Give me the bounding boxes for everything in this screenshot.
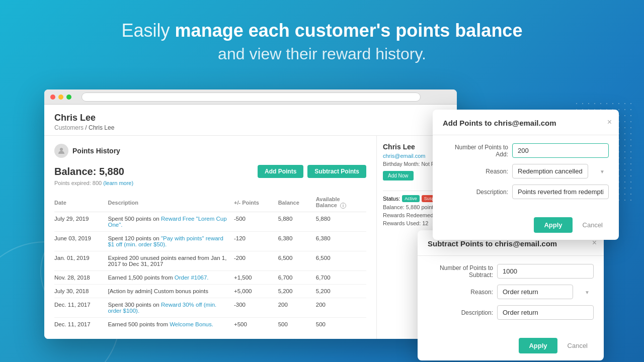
subtract-points-modal-footer: Apply Cancel xyxy=(418,333,604,360)
table-cell-date: June 03, 2019 xyxy=(54,232,108,251)
add-birthday-button[interactable]: Add Now xyxy=(383,171,414,180)
add-points-modal: Add Points to chris@email.com × Number o… xyxy=(433,110,619,240)
table-cell-balance: 500 xyxy=(278,318,316,331)
table-cell-avail-balance: 200 xyxy=(316,298,366,318)
subtract-desc-label: Description: xyxy=(428,309,493,316)
breadcrumb: Customers / Chris Lee xyxy=(54,124,447,131)
subtract-desc-input[interactable] xyxy=(497,305,594,320)
url-bar[interactable] xyxy=(82,93,421,102)
table-row: June 03, 2019 Spent 120 points on "Pay w… xyxy=(54,232,366,251)
subtract-reason-label: Reason: xyxy=(428,289,493,296)
table-cell-points: -300 xyxy=(234,298,278,318)
table-row: Jan. 01, 2019 Expired 200 unused points … xyxy=(54,251,366,271)
add-reason-select[interactable]: Redemption cancelled Order return Custom… xyxy=(512,164,588,178)
add-points-field-row: Number of Points to Add: xyxy=(443,143,609,158)
subtract-points-apply-button[interactable]: Apply xyxy=(519,338,557,353)
avail-balance-info-icon[interactable]: i xyxy=(340,203,346,209)
add-reason-label: Reason: xyxy=(443,168,508,175)
col-header-balance: Balance xyxy=(278,193,316,212)
table-row: Nov. 28, 2018 Earned 1,500 points from O… xyxy=(54,271,366,285)
points-history-table: Date Description +/- Points Balance Avai… xyxy=(54,193,366,331)
browser-dots xyxy=(50,95,71,100)
table-cell-balance: 6,380 xyxy=(278,232,316,251)
dot-yellow[interactable] xyxy=(58,95,63,100)
table-cell-date: July 29, 2019 xyxy=(54,212,108,232)
browser-titlebar xyxy=(44,89,457,105)
subtract-points-button[interactable]: Subtract Points xyxy=(307,165,366,178)
table-cell-desc: Earned 500 points from Welcome Bonus. xyxy=(108,318,234,331)
table-row: July 29, 2019 Spent 500 points on Reward… xyxy=(54,212,366,232)
desc-link[interactable]: Reward Free "Lorem Cup One". xyxy=(108,216,226,228)
table-cell-balance: 5,200 xyxy=(278,285,316,298)
table-cell-date: July 30, 2018 xyxy=(54,285,108,298)
col-header-points: +/- Points xyxy=(234,193,278,212)
subtract-points-modal: Subtract Points to chris@email.com × Num… xyxy=(418,230,604,360)
panel-title-bar: Points History xyxy=(54,144,366,158)
table-cell-points: +500 xyxy=(234,318,278,331)
subtract-reason-field-row: Reason: Order return Redemption cancelle… xyxy=(428,285,594,299)
subtract-reason-select-wrapper: Order return Redemption cancelled Custom… xyxy=(497,285,594,299)
table-cell-desc: Spent 500 points on Reward Free "Lorem C… xyxy=(108,212,234,232)
app-header: Chris Lee Customers / Chris Lee xyxy=(44,105,457,136)
add-points-modal-body: Number of Points to Add: Reason: Redempt… xyxy=(433,135,619,212)
table-cell-desc: Spent 120 points on "Pay with points" re… xyxy=(108,232,234,251)
add-points-modal-header: Add Points to chris@email.com × xyxy=(433,110,619,135)
desc-link[interactable]: Order #1067. xyxy=(175,275,209,281)
table-cell-date: Nov. 28, 2018 xyxy=(54,271,108,285)
table-cell-balance: 200 xyxy=(278,298,316,318)
balance-row: Balance: 5,880 Add Points Subtract Point… xyxy=(54,165,366,178)
add-points-apply-button[interactable]: Apply xyxy=(534,217,572,233)
desc-link[interactable]: "Pay with points" reward $1 off (min. or… xyxy=(108,235,223,247)
panel-title: Points History xyxy=(72,147,120,155)
add-desc-input[interactable] xyxy=(512,185,609,199)
page-title: Chris Lee xyxy=(54,113,447,123)
add-points-button[interactable]: Add Points xyxy=(258,165,303,178)
add-points-modal-title: Add Points to chris@email.com xyxy=(443,119,556,127)
add-desc-field-row: Description: xyxy=(443,185,609,199)
learn-more-link[interactable]: (learn more) xyxy=(103,180,133,186)
add-reason-field-row: Reason: Redemption cancelled Order retur… xyxy=(443,164,609,178)
subtract-reason-select[interactable]: Order return Redemption cancelled Custom… xyxy=(497,285,573,299)
points-action-buttons: Add Points Subtract Points xyxy=(258,165,366,178)
col-header-description: Description xyxy=(108,193,234,212)
table-row: Dec. 11, 2017 Earned 500 points from Wel… xyxy=(54,318,366,331)
table-cell-balance: 5,880 xyxy=(278,212,316,232)
app-body: Points History Balance: 5,880 Add Points… xyxy=(44,136,457,339)
browser-window: Chris Lee Customers / Chris Lee Points H… xyxy=(44,89,457,339)
table-cell-avail-balance: 6,380 xyxy=(316,232,366,251)
points-expired-info: Points expired: 800 (learn more) xyxy=(54,180,366,186)
breadcrumb-parent[interactable]: Customers xyxy=(54,124,84,131)
table-cell-avail-balance: 5,200 xyxy=(316,285,366,298)
table-cell-date: Dec. 11, 2017 xyxy=(54,318,108,331)
table-row: July 30, 2018 [Action by admin] Custom b… xyxy=(54,285,366,298)
table-cell-avail-balance: 500 xyxy=(316,318,366,331)
desc-link[interactable]: Welcome Bonus. xyxy=(170,321,213,327)
table-cell-desc: Spent 300 points on Reward 30% off (min.… xyxy=(108,298,234,318)
table-cell-balance: 6,700 xyxy=(278,271,316,285)
hero-subtitle: and view their reward history. xyxy=(10,45,634,63)
col-header-date: Date xyxy=(54,193,108,212)
add-points-input[interactable] xyxy=(512,143,609,158)
user-icon xyxy=(54,144,68,158)
add-points-modal-close[interactable]: × xyxy=(607,118,612,127)
table-cell-date: Jan. 01, 2019 xyxy=(54,251,108,271)
dot-red[interactable] xyxy=(50,95,55,100)
status-active-badge: Active xyxy=(402,195,420,202)
dot-green[interactable] xyxy=(66,95,71,100)
add-points-cancel-button[interactable]: Cancel xyxy=(577,217,609,233)
sidebar-status-label: Status: xyxy=(383,196,400,202)
subtract-points-modal-body: Number of Points to Subtract: Reason: Or… xyxy=(418,256,604,333)
table-row: Dec. 11, 2017 Spent 300 points on Reward… xyxy=(54,298,366,318)
table-cell-points: -500 xyxy=(234,212,278,232)
breadcrumb-current: Chris Lee xyxy=(89,124,114,131)
subtract-points-cancel-button[interactable]: Cancel xyxy=(561,338,594,353)
desc-link[interactable]: Reward 30% off (min. order $100). xyxy=(108,302,216,314)
subtract-points-input[interactable] xyxy=(497,264,594,279)
table-cell-desc: Expired 200 unused points earned from Ja… xyxy=(108,251,234,271)
table-cell-points: +1,500 xyxy=(234,271,278,285)
add-reason-select-wrapper: Redemption cancelled Order return Custom… xyxy=(512,164,609,178)
add-points-label: Number of Points to Add: xyxy=(443,144,508,158)
table-cell-points: -200 xyxy=(234,251,278,271)
subtract-desc-field-row: Description: xyxy=(428,305,594,320)
table-cell-points: +5,000 xyxy=(234,285,278,298)
